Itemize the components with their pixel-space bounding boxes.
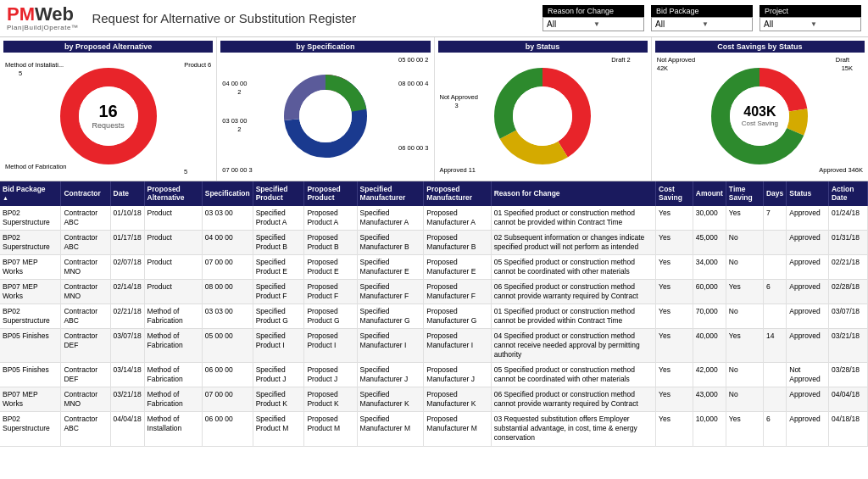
table-cell: 30,000 <box>693 206 726 231</box>
table-row: BP05 FinishesContractor DEF03/07/18Metho… <box>0 329 868 363</box>
filter-reason[interactable]: Reason for Change All ▼ <box>542 5 644 31</box>
table-cell: 60,000 <box>693 279 726 304</box>
table-cell: Yes <box>656 412 693 446</box>
filter-reason-select[interactable]: All ▼ <box>542 17 644 31</box>
filter-bid[interactable]: Bid Package All ▼ <box>651 5 753 31</box>
col-specification[interactable]: Specification <box>202 181 253 206</box>
table-cell: Proposed Product G <box>304 304 357 328</box>
col-specified-product[interactable]: Specified Product <box>253 181 304 206</box>
table-cell: Specified Product I <box>253 329 304 363</box>
table-cell: 01/17/18 <box>110 230 144 254</box>
table-row: BP05 FinishesContractor DEF03/14/18Metho… <box>0 363 868 387</box>
table-cell: 03/28/18 <box>828 363 867 387</box>
table-cell: Specified Product B <box>253 230 304 254</box>
table-cell: Specified Product G <box>253 304 304 328</box>
logo-pm: PM <box>7 3 35 25</box>
logo-web: Web <box>35 3 74 25</box>
col-cost-saving[interactable]: Cost Saving <box>656 181 693 206</box>
table-cell: 03 03 00 <box>202 304 253 328</box>
table-row: BP07 MEP WorksContractor MNO02/14/18Prod… <box>0 279 868 304</box>
table-cell: BP05 Finishes <box>0 329 61 363</box>
table-cell: 01/10/18 <box>110 206 144 231</box>
table-cell: Approved <box>787 254 829 279</box>
table-cell: 34,000 <box>693 254 726 279</box>
table-cell: Contractor DEF <box>61 329 110 363</box>
table-cell: Specified Manufacturer M <box>357 412 424 446</box>
filter-project-label: Project <box>760 5 861 17</box>
table-cell: Specified Manufacturer E <box>357 254 424 279</box>
table-cell: 03/21/18 <box>828 329 867 363</box>
logo-sub: Plan|Build|Operate™ <box>7 24 78 31</box>
col-reason[interactable]: Reason for Change <box>491 181 655 206</box>
table-cell: Yes <box>656 230 693 254</box>
filter-bid-select[interactable]: All ▼ <box>651 17 753 31</box>
chart4-center: 403K Cost Saving <box>742 104 778 127</box>
col-proposed-mfr[interactable]: Proposed Manufacturer <box>424 181 491 206</box>
table-cell: 42,000 <box>693 363 726 387</box>
data-table-container[interactable]: Bid Package▲ Contractor Date Proposed Al… <box>0 181 868 465</box>
table-cell: BP02 Superstructure <box>0 412 61 446</box>
table-cell: BP07 MEP Works <box>0 254 61 279</box>
table-cell: 05 Specified product or construction met… <box>491 254 655 279</box>
col-bid-package[interactable]: Bid Package▲ <box>0 181 61 206</box>
table-cell: Specified Manufacturer B <box>357 230 424 254</box>
table-cell: Proposed Product I <box>304 329 357 363</box>
table-cell: Method of Fabrication <box>144 304 202 328</box>
table-cell: BP07 MEP Works <box>0 387 61 412</box>
table-cell: No <box>726 363 763 387</box>
col-days[interactable]: Days <box>763 181 786 206</box>
table-cell: Yes <box>656 387 693 412</box>
col-contractor[interactable]: Contractor <box>61 181 110 206</box>
chart1-label: Requests <box>92 121 125 130</box>
table-cell: Product <box>144 254 202 279</box>
col-amount[interactable]: Amount <box>693 181 726 206</box>
table-cell: 02/21/18 <box>110 304 144 328</box>
table-cell: Approved <box>787 387 829 412</box>
table-cell: Yes <box>656 304 693 328</box>
table-cell: 03 Requested substitution offers Employe… <box>491 412 655 446</box>
chart2-title: by Specification <box>220 41 430 53</box>
table-cell: Proposed Product M <box>304 412 357 446</box>
data-table: Bid Package▲ Contractor Date Proposed Al… <box>0 181 868 447</box>
col-date[interactable]: Date <box>110 181 144 206</box>
table-cell: Approved <box>787 206 829 231</box>
col-status[interactable]: Status <box>787 181 829 206</box>
filter-bar: Reason for Change All ▼ Bid Package All … <box>542 5 861 31</box>
table-cell <box>763 230 786 254</box>
table-cell: Specified Manufacturer K <box>357 387 424 412</box>
table-cell: 10,000 <box>693 412 726 446</box>
table-cell: Contractor MNO <box>61 387 110 412</box>
col-action-date[interactable]: Action Date <box>828 181 867 206</box>
table-cell: BP07 MEP Works <box>0 279 61 304</box>
chart3-donut <box>492 65 593 167</box>
table-cell: Proposed Manufacturer J <box>424 363 491 387</box>
chart4-title: Cost Savings by Status <box>655 41 865 53</box>
chevron-down-icon: ▼ <box>702 20 748 28</box>
filter-project[interactable]: Project All ▼ <box>760 5 861 31</box>
page-title: Request for Alternative or Substitution … <box>92 11 542 25</box>
table-cell: 01/31/18 <box>828 230 867 254</box>
table-cell: Proposed Manufacturer I <box>424 329 491 363</box>
filter-reason-label: Reason for Change <box>542 5 644 17</box>
table-cell: 07 00 00 <box>202 254 253 279</box>
table-cell: 02/07/18 <box>110 254 144 279</box>
table-cell: Contractor ABC <box>61 230 110 254</box>
chart1-center: 16 Requests <box>92 102 125 130</box>
table-cell: Specified Product A <box>253 206 304 231</box>
table-cell: Not Approved <box>787 363 829 387</box>
filter-project-select[interactable]: All ▼ <box>760 17 861 31</box>
chart1-title: by Proposed Alternative <box>3 41 213 53</box>
table-cell: No <box>726 230 763 254</box>
table-cell: Yes <box>656 363 693 387</box>
col-proposed-product[interactable]: Proposed Product <box>304 181 357 206</box>
table-cell: Approved <box>787 230 829 254</box>
table-cell: 03/21/18 <box>110 387 144 412</box>
table-cell: Yes <box>656 254 693 279</box>
table-cell: Proposed Manufacturer K <box>424 387 491 412</box>
chart-cost-savings: Cost Savings by Status Draft 15K Not App… <box>652 37 868 181</box>
col-proposed-alt[interactable]: Proposed Alternative <box>144 181 202 206</box>
table-cell: 06 Specified product or construction met… <box>491 279 655 304</box>
table-cell: 03/14/18 <box>110 363 144 387</box>
col-time-saving[interactable]: Time Saving <box>726 181 763 206</box>
col-specified-mfr[interactable]: Specified Manufacturer <box>357 181 424 206</box>
